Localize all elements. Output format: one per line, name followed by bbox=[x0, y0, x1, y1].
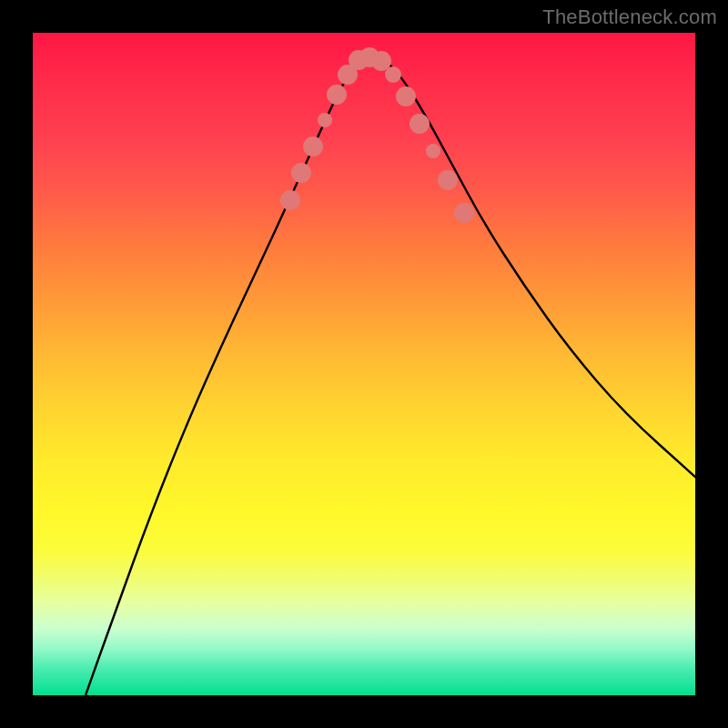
chart-frame: TheBottleneck.com bbox=[0, 0, 728, 728]
curve-layer bbox=[33, 33, 695, 695]
watermark-text: TheBottleneck.com bbox=[542, 5, 717, 29]
highlight-dot bbox=[410, 114, 430, 134]
highlight-dot bbox=[385, 66, 401, 83]
highlight-dot bbox=[371, 51, 391, 71]
highlight-dots bbox=[280, 47, 474, 223]
highlight-dot bbox=[438, 170, 458, 190]
highlight-dot bbox=[318, 113, 332, 127]
highlight-dot bbox=[303, 136, 323, 157]
plot-area bbox=[33, 33, 695, 695]
highlight-dot bbox=[454, 203, 474, 223]
highlight-dot bbox=[327, 85, 347, 105]
highlight-dot bbox=[291, 163, 311, 183]
highlight-dot bbox=[396, 86, 416, 106]
highlight-dot bbox=[280, 190, 300, 210]
bottleneck-curve bbox=[86, 58, 695, 695]
highlight-dot bbox=[426, 144, 440, 158]
